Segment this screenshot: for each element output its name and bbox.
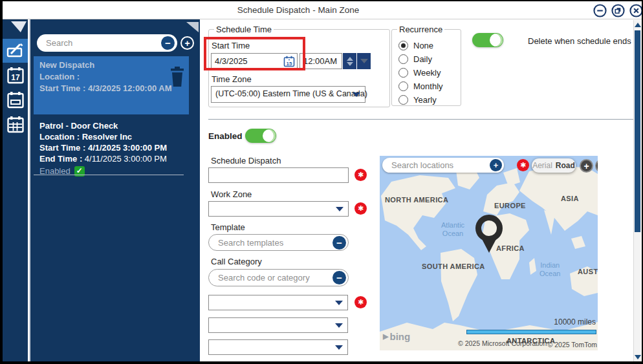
spin-up-icon[interactable] xyxy=(347,57,353,61)
spin-down-icon[interactable] xyxy=(347,62,353,66)
minimize-button[interactable] xyxy=(593,4,607,17)
map-scale-bar xyxy=(466,330,596,334)
clear-search-icon[interactable]: − xyxy=(161,36,175,50)
map-label-africa: AFRICA xyxy=(496,244,525,252)
chevron-down-icon xyxy=(335,301,343,305)
scrollbar-thumb[interactable] xyxy=(635,30,640,232)
sidebar-item-day-view[interactable]: 17 xyxy=(3,63,28,87)
scroll-down-icon[interactable] xyxy=(635,354,641,360)
zoom-in-button[interactable]: + xyxy=(580,159,593,173)
map-search-input[interactable] xyxy=(391,158,495,172)
map-scale-text: 10000 miles xyxy=(554,317,596,327)
add-schedule-button[interactable]: + xyxy=(180,36,194,50)
radio-icon[interactable] xyxy=(398,81,408,91)
calendar-month-icon xyxy=(7,116,24,133)
list-divider xyxy=(34,175,184,175)
sidebar-resize-triangle[interactable] xyxy=(11,21,27,32)
start-date-field[interactable]: 4/3/2025 15 xyxy=(211,53,298,69)
restore-button[interactable] xyxy=(611,4,625,17)
radio-icon[interactable] xyxy=(398,95,408,105)
icon-sidebar: 17 xyxy=(3,19,28,361)
time-zone-select[interactable]: (UTC-05:00) Eastern Time (US & Canada) xyxy=(211,86,365,103)
delete-schedule-icon[interactable] xyxy=(169,67,185,87)
aerial-view-button[interactable]: Aerial xyxy=(532,161,552,170)
item-title: Patrol - Door Check xyxy=(39,120,183,131)
required-asterisk-icon: ✱ xyxy=(354,296,367,308)
work-zone-label: Work Zone xyxy=(211,189,252,199)
date-picker-icon[interactable]: 15 xyxy=(283,56,295,67)
bing-flag-icon: ▶ xyxy=(383,332,388,341)
chevron-down-icon xyxy=(336,207,343,211)
schedule-dispatch-label: Schedule Dispatch xyxy=(211,156,281,166)
chevron-down-icon xyxy=(335,323,343,328)
radio-icon[interactable] xyxy=(398,41,408,50)
recurrence-option-none[interactable]: None xyxy=(398,41,454,50)
call-category-select-1[interactable] xyxy=(208,295,348,310)
list-item-patrol-door-check[interactable]: Patrol - Door Check Location : Resolver … xyxy=(34,120,189,177)
call-category-select-3[interactable] xyxy=(208,339,348,355)
map-label-south-america: SOUTH AMERICA xyxy=(422,262,485,270)
sidebar-item-new-schedule[interactable] xyxy=(3,39,28,63)
bing-logo: ▶bing xyxy=(383,331,410,342)
required-asterisk-icon: ✱ xyxy=(354,202,367,215)
recurrence-option-daily[interactable]: Daily xyxy=(398,54,454,64)
schedule-search-input[interactable] xyxy=(46,35,149,50)
vertical-scrollbar[interactable] xyxy=(633,20,641,361)
clear-template-icon[interactable]: − xyxy=(332,236,346,250)
recurrence-group: Recurrence None Daily Weekly Monthly Yea… xyxy=(391,25,461,106)
section-divider xyxy=(208,119,634,120)
radio-icon[interactable] xyxy=(398,68,408,78)
work-zone-select[interactable] xyxy=(208,201,349,217)
close-button[interactable] xyxy=(629,4,643,17)
start-time-time-field[interactable]: 12:00AM xyxy=(300,53,342,69)
delete-when-ends-label: Delete when schedule ends xyxy=(528,36,631,46)
map-label-atlantic-ocean: Atlantic Ocean xyxy=(441,221,464,238)
item-start-label: Start Time : xyxy=(39,83,85,93)
svg-text:15: 15 xyxy=(287,61,292,67)
call-category-select-2[interactable] xyxy=(208,317,348,333)
schedule-time-legend: Schedule Time xyxy=(214,25,274,34)
item-title: New Dispatch xyxy=(39,59,183,71)
item-location-label: Location : xyxy=(39,72,80,81)
svg-text:17: 17 xyxy=(11,73,20,82)
window-title: Schedule Dispatch - Main Zone xyxy=(3,5,594,15)
recurrence-option-yearly[interactable]: Yearly xyxy=(398,95,454,105)
map-view-switcher: Aerial Road xyxy=(532,158,576,173)
enabled-toggle[interactable] xyxy=(245,129,276,143)
sidebar-item-week-view[interactable] xyxy=(3,88,28,112)
map-search-box: + xyxy=(382,158,504,173)
radio-icon[interactable] xyxy=(398,54,408,64)
schedule-list-panel: − + New Dispatch Location : Start Time :… xyxy=(29,19,200,361)
road-view-button[interactable]: Road xyxy=(556,161,575,170)
template-label: Template xyxy=(211,222,245,232)
calendar-week-icon xyxy=(7,92,24,109)
title-bar: Schedule Dispatch - Main Zone xyxy=(3,1,642,19)
list-item-new-dispatch[interactable]: New Dispatch Location : Start Time : 4/3… xyxy=(34,56,189,114)
clear-call-category-icon[interactable]: − xyxy=(332,271,346,284)
delete-when-ends-toggle[interactable] xyxy=(472,33,503,47)
call-category-search-input[interactable] xyxy=(218,271,322,284)
toggle-knob xyxy=(490,34,503,47)
start-time-label: Start Time xyxy=(212,41,250,50)
app-window: Schedule Dispatch - Main Zone xyxy=(0,0,643,364)
location-map[interactable]: NORTH AMERICA EUROPE ASIA Atlantic Ocean… xyxy=(380,156,598,350)
time-spinner[interactable] xyxy=(343,53,356,69)
map-label-asia: ASIA xyxy=(561,195,579,202)
scroll-up-icon[interactable] xyxy=(635,21,641,28)
map-label-indian-ocean: Indian Ocean xyxy=(539,261,560,278)
panel-resize-triangle[interactable] xyxy=(186,22,199,32)
time-zone-label: Time Zone xyxy=(212,74,252,84)
sidebar-item-month-view[interactable] xyxy=(3,112,28,136)
recurrence-option-monthly[interactable]: Monthly xyxy=(398,81,454,91)
recurrence-option-weekly[interactable]: Weekly xyxy=(398,68,454,78)
add-location-icon[interactable]: + xyxy=(490,159,502,171)
chevron-down-icon xyxy=(335,345,343,350)
time-dropdown-button[interactable] xyxy=(357,53,371,69)
enabled-label: Enabled xyxy=(208,131,243,141)
call-category-search-box: − xyxy=(208,269,349,286)
chevron-down-icon xyxy=(360,59,368,63)
template-search-input[interactable] xyxy=(218,236,322,250)
required-asterisk-icon: ✱ xyxy=(517,159,529,171)
template-search-box: − xyxy=(208,234,349,251)
schedule-dispatch-input[interactable] xyxy=(208,167,349,183)
